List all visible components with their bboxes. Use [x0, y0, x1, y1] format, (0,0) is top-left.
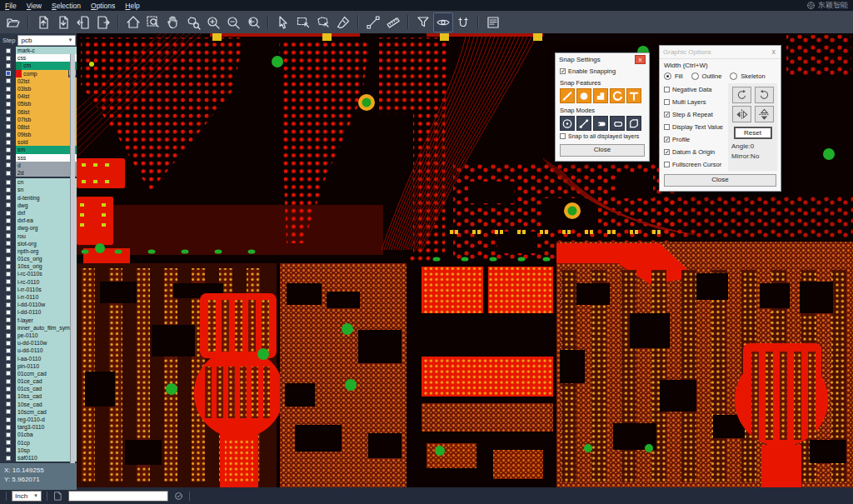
layer-row-10sp[interactable]: 10sp [0, 447, 77, 454]
flip-horizontal-icon[interactable] [732, 106, 751, 122]
close-icon[interactable]: x [771, 48, 778, 56]
layer-checkbox[interactable] [6, 187, 11, 192]
slot-snap-icon[interactable] [593, 116, 608, 131]
layer-name[interactable]: sn [16, 186, 77, 193]
layer-name[interactable]: targ3-0110 [16, 423, 77, 431]
layer-checkbox[interactable] [6, 387, 11, 392]
layer-name[interactable]: i-dd-0110 [16, 308, 77, 316]
command-input[interactable] [68, 491, 168, 502]
layer-checkbox[interactable] [6, 102, 11, 107]
layer-row-i-rr-0110s[interactable]: i-rr-0110s [0, 286, 77, 293]
layer-row-cn[interactable]: cn [0, 178, 77, 186]
layer-row-u-dd-0110w[interactable]: u-dd-0110w [0, 339, 77, 347]
layer-checkbox[interactable] [6, 147, 11, 152]
layer-checkbox[interactable] [6, 325, 11, 330]
layer-name[interactable]: npth-org [16, 247, 77, 255]
zoom-object-icon[interactable] [183, 12, 203, 32]
home-view-icon[interactable] [123, 12, 143, 32]
layer-row-i-rc-0110[interactable]: i-rc-0110 [0, 278, 77, 286]
layer-name[interactable]: 01cs_orig [16, 255, 77, 262]
layer-checkbox[interactable] [6, 140, 11, 145]
checkbox-row[interactable]: ✓Datum & Origin [663, 146, 726, 158]
checkbox[interactable]: ✓ [664, 137, 670, 142]
layer-name[interactable]: dwg-org [16, 224, 77, 232]
step-combobox[interactable]: pcb ▼ [17, 35, 76, 46]
layer-name[interactable]: f-layer [16, 317, 77, 324]
layer-checkbox[interactable] [6, 124, 11, 129]
checkbox[interactable] [664, 162, 670, 167]
layer-checkbox[interactable] [6, 241, 11, 246]
layer-row-comp[interactable]: comp [0, 70, 77, 77]
layer-name[interactable]: 10ss_cad [16, 392, 77, 400]
layer-name[interactable]: 05lsb [16, 100, 77, 107]
layer-row-d[interactable]: d [0, 162, 77, 169]
layer-checkbox[interactable] [6, 78, 11, 83]
layer-row-dxf[interactable]: dxf [0, 209, 77, 217]
layer-name[interactable]: u-dd-0110w [16, 339, 77, 347]
select-rect-icon[interactable] [293, 12, 313, 32]
layer-checkbox[interactable] [6, 226, 11, 231]
layer-row-i-aa-0110[interactable]: i-aa-0110 [0, 355, 77, 362]
layer-list-scrollbar[interactable] [70, 54, 75, 463]
rotate-ccw-icon[interactable] [755, 87, 774, 103]
checkbox[interactable] [560, 133, 566, 139]
layer-panel-icon[interactable] [483, 12, 503, 32]
layer-name[interactable]: pin-0110 [16, 362, 77, 370]
layer-checkbox[interactable] [6, 180, 11, 185]
layer-name[interactable]: mark-c [16, 47, 77, 54]
import-file-icon[interactable] [33, 12, 53, 32]
layer-name[interactable]: 02lst [16, 77, 77, 85]
layer-checkbox[interactable] [6, 447, 11, 452]
layer-row-04lst[interactable]: 04lst [0, 92, 77, 100]
layer-name[interactable]: 07lsb [16, 116, 77, 123]
checkbox-row[interactable]: ✓Step & Repeat [663, 108, 726, 121]
zoom-out-icon[interactable] [223, 12, 243, 32]
layer-checkbox[interactable] [6, 317, 11, 322]
layer-name[interactable]: comp [22, 70, 68, 77]
layer-row-pin-0110[interactable]: pin-0110 [0, 362, 77, 370]
layer-checkbox[interactable] [6, 171, 11, 176]
layer-name[interactable]: i-rr-0110 [16, 293, 77, 301]
checkbox[interactable]: ✓ [664, 149, 670, 155]
layer-name[interactable]: dxf-ea [16, 217, 77, 224]
layer-row-01cs_cad[interactable]: 01cs_cad [0, 385, 77, 392]
layer-checkbox[interactable] [6, 333, 11, 338]
layer-checkbox[interactable] [6, 195, 11, 200]
flip-vertical-icon[interactable] [755, 106, 774, 122]
layer-name[interactable]: i-dd-0110w [16, 301, 77, 308]
layer-row-01cs_orig[interactable]: 01cs_orig [0, 255, 77, 262]
layer-row-10ss_cad[interactable]: 10ss_cad [0, 392, 77, 400]
layer-name[interactable]: i-rc-0110 [16, 278, 77, 286]
export-file-icon[interactable] [53, 12, 73, 32]
radio-outline[interactable] [691, 72, 699, 80]
checkbox[interactable]: ✓ [664, 112, 670, 117]
layer-row-i-rc-0110s[interactable]: i-rc-0110s [0, 270, 77, 277]
layer-name[interactable]: 06lst [16, 108, 77, 116]
measure-line-icon[interactable] [363, 12, 383, 32]
layer-row-sm[interactable]: sm [0, 146, 77, 153]
layer-checkbox[interactable] [6, 272, 11, 277]
layer-checkbox[interactable] [6, 248, 11, 253]
layer-checkbox[interactable] [6, 310, 11, 315]
text-feature-icon[interactable] [626, 88, 641, 103]
checkbox[interactable] [664, 87, 670, 92]
layer-name[interactable]: 01ce_cad [16, 377, 77, 385]
layer-color-swatch[interactable] [16, 62, 22, 69]
layer-checkbox[interactable] [6, 56, 11, 61]
layer-row-u-dd-0110[interactable]: u-dd-0110 [0, 347, 77, 354]
layer-row-i-rr-0110[interactable]: i-rr-0110 [0, 293, 77, 301]
checkbox-row[interactable]: Fullscreen Cursor [663, 158, 726, 171]
layer-name[interactable]: 01cp [16, 439, 77, 447]
outline-snap-icon[interactable] [610, 116, 625, 131]
layer-name[interactable]: css [16, 54, 77, 62]
layer-row-06lst[interactable]: 06lst [0, 108, 77, 116]
layer-checkbox[interactable] [6, 456, 11, 461]
layer-row-i-dd-0110w[interactable]: i-dd-0110w [0, 301, 77, 308]
layer-row-dwg-org[interactable]: dwg-org [0, 224, 77, 232]
layer-name[interactable]: 01cba [16, 431, 77, 438]
menu-view[interactable]: View [27, 2, 42, 10]
layer-row-saf0110[interactable]: saf0110 [0, 454, 77, 462]
layer-checkbox[interactable] [6, 87, 11, 92]
zoom-previous-icon[interactable] [243, 12, 263, 32]
layer-checkbox[interactable] [6, 264, 11, 269]
